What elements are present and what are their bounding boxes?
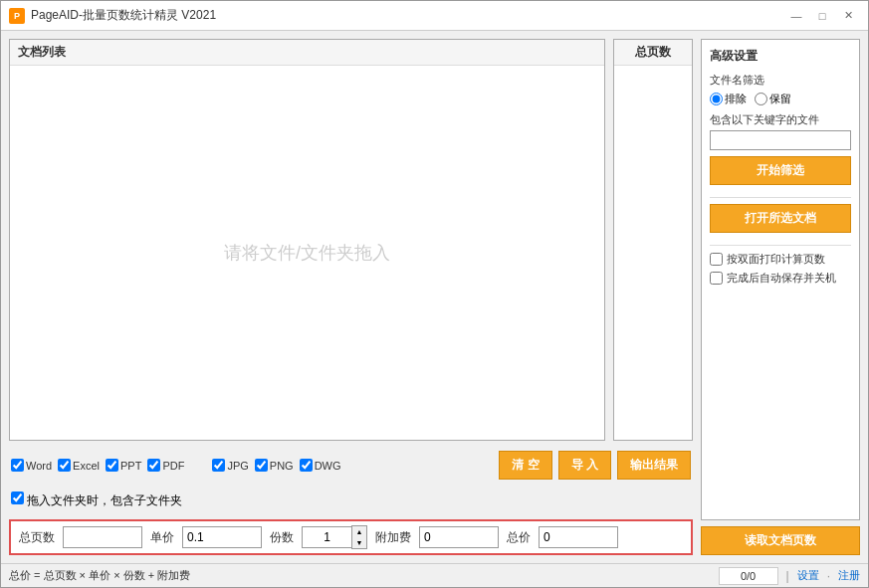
duplex-label: 按双面打印计算页数 (727, 252, 825, 267)
keyword-input[interactable] (710, 130, 851, 150)
stepper-buttons: ▲ ▼ (351, 525, 367, 549)
status-bar: 总价 = 总页数 × 单价 × 份数 + 附加费 0/0 | 设置 · 注册 (1, 563, 868, 587)
separator1 (710, 197, 851, 198)
advanced-title: 高级设置 (710, 48, 851, 65)
png-checkbox-label[interactable]: PNG (255, 459, 294, 472)
filter-label: 文件名筛选 (710, 73, 851, 88)
main-content: 文档列表 请将文件/文件夹拖入 总页数 Word Exc (1, 31, 868, 563)
jpg-checkbox[interactable] (212, 459, 225, 472)
ppt-checkbox-label[interactable]: PPT (106, 459, 141, 472)
jpg-checkbox-label[interactable]: JPG (212, 459, 248, 472)
total-pages-input[interactable] (63, 526, 142, 548)
link-separator: · (827, 569, 830, 583)
read-pages-button[interactable]: 读取文档页数 (701, 526, 860, 555)
window-title: PageAID-批量页数统计精灵 V2021 (31, 7, 784, 24)
export-button[interactable]: 输出结果 (617, 451, 691, 480)
radio-keep-text: 保留 (769, 92, 791, 106)
separator2 (710, 245, 851, 246)
dwg-label: DWG (315, 460, 341, 472)
radio-exclude-label[interactable]: 排除 (710, 92, 747, 106)
total-price-input[interactable] (539, 526, 618, 548)
maximize-button[interactable]: □ (810, 6, 834, 26)
excel-checkbox-label[interactable]: Excel (58, 459, 100, 472)
doc-list-body[interactable]: 请将文件/文件夹拖入 (10, 66, 604, 440)
total-pages-label: 总页数 (19, 529, 55, 546)
settings-link[interactable]: 设置 (797, 568, 819, 583)
filetype-checkboxes: Word Excel PPT PDF JPG (9, 447, 693, 484)
total-price-label: 总价 (507, 529, 531, 546)
unit-price-label: 单价 (150, 529, 174, 546)
copies-stepper: ▲ ▼ (302, 525, 367, 549)
close-button[interactable]: ✕ (836, 6, 860, 26)
pdf-checkbox[interactable] (147, 459, 160, 472)
calc-row: 总页数 单价 份数 ▲ ▼ 附加费 总价 (9, 519, 693, 555)
excel-checkbox[interactable] (58, 459, 71, 472)
radio-keep[interactable] (755, 93, 767, 105)
stepper-down-button[interactable]: ▼ (352, 537, 366, 548)
open-docs-button[interactable]: 打开所选文档 (710, 204, 851, 233)
register-link[interactable]: 注册 (838, 568, 860, 583)
formula-text: 总价 = 总页数 × 单价 × 份数 + 附加费 (9, 568, 711, 583)
pages-section: 总页数 (613, 39, 693, 441)
doc-list-section: 文档列表 请将文件/文件夹拖入 (9, 39, 605, 441)
app-icon: P (9, 8, 25, 24)
surcharge-label: 附加费 (375, 529, 411, 546)
ppt-checkbox[interactable] (106, 459, 118, 472)
filter-button[interactable]: 开始筛选 (710, 156, 851, 185)
pages-header: 总页数 (614, 40, 692, 66)
shutdown-checkbox[interactable] (710, 272, 723, 285)
surcharge-input[interactable] (419, 526, 499, 548)
png-label: PNG (270, 460, 294, 472)
window-controls: — □ ✕ (784, 6, 860, 26)
pdf-label: PDF (162, 460, 184, 472)
unit-price-input[interactable] (182, 526, 262, 548)
jpg-label: JPG (227, 460, 248, 472)
shutdown-checkbox-label[interactable]: 完成后自动保存并关机 (710, 271, 851, 286)
png-checkbox[interactable] (255, 459, 268, 472)
radio-exclude-text: 排除 (725, 92, 747, 106)
duplex-checkbox[interactable] (710, 253, 723, 266)
excel-label: Excel (73, 460, 100, 472)
status-separator: | (786, 569, 789, 583)
copies-label: 份数 (270, 529, 294, 546)
subfolder-checkbox[interactable] (11, 491, 24, 504)
radio-keep-label[interactable]: 保留 (755, 92, 791, 106)
dwg-checkbox-label[interactable]: DWG (300, 459, 341, 472)
subfolder-checkbox-label[interactable]: 拖入文件夹时，包含子文件夹 (11, 493, 182, 507)
ppt-label: PPT (120, 460, 141, 472)
subfolder-label: 拖入文件夹时，包含子文件夹 (27, 493, 182, 507)
doc-list-header: 文档列表 (10, 40, 604, 66)
import-button[interactable]: 导 入 (558, 451, 611, 480)
word-checkbox-label[interactable]: Word (11, 459, 52, 472)
minimize-button[interactable]: — (784, 6, 808, 26)
copies-input[interactable] (302, 526, 351, 548)
radio-exclude[interactable] (710, 93, 723, 105)
progress-text: 0/0 (741, 570, 756, 582)
pdf-checkbox-label[interactable]: PDF (147, 459, 184, 472)
doc-list-area: 文档列表 请将文件/文件夹拖入 总页数 (9, 39, 693, 441)
clear-button[interactable]: 清 空 (499, 451, 551, 480)
doc-list-placeholder: 请将文件/文件夹拖入 (224, 241, 390, 265)
keyword-label: 包含以下关键字的文件 (710, 112, 851, 127)
left-panel: 文档列表 请将文件/文件夹拖入 总页数 Word Exc (9, 39, 693, 555)
advanced-settings: 高级设置 文件名筛选 排除 保留 包含以下关键字的文件 开始筛选 打开 (701, 39, 860, 520)
word-checkbox[interactable] (11, 459, 24, 472)
progress-display: 0/0 (719, 567, 778, 585)
duplex-checkbox-label[interactable]: 按双面打印计算页数 (710, 252, 851, 267)
right-panel: 高级设置 文件名筛选 排除 保留 包含以下关键字的文件 开始筛选 打开 (701, 39, 860, 555)
subfolder-row: 拖入文件夹时，包含子文件夹 (9, 490, 693, 513)
main-window: P PageAID-批量页数统计精灵 V2021 — □ ✕ 文档列表 请将文件… (0, 0, 869, 588)
stepper-up-button[interactable]: ▲ (352, 526, 366, 537)
title-bar: P PageAID-批量页数统计精灵 V2021 — □ ✕ (1, 1, 868, 31)
shutdown-label: 完成后自动保存并关机 (727, 271, 836, 286)
word-label: Word (26, 460, 52, 472)
dwg-checkbox[interactable] (300, 459, 313, 472)
filter-radio-group: 排除 保留 (710, 92, 851, 106)
